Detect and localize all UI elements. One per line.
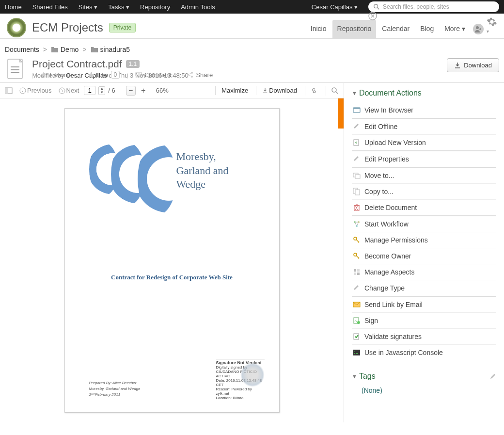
- svg-point-3: [476, 26, 479, 29]
- sitenav-blog[interactable]: Blog: [415, 20, 439, 38]
- search-in-doc-icon[interactable]: [326, 86, 341, 96]
- nav-tasks[interactable]: Tasks ▾: [108, 3, 129, 11]
- svg-rect-31: [354, 269, 356, 272]
- svg-line-17: [336, 92, 338, 94]
- action-use-in-javascript-console[interactable]: Use in Javascript Console: [352, 344, 496, 360]
- preview-download-label: Download: [269, 87, 297, 94]
- pdf-logo: [89, 143, 255, 215]
- total-pages: / 6: [108, 87, 115, 94]
- like-button[interactable]: Like 0: [88, 71, 120, 79]
- sitenav-more[interactable]: More ▾: [440, 20, 470, 38]
- action-validate-signatures[interactable]: Validate signatures: [352, 328, 496, 344]
- tags-title[interactable]: ▼ Tags: [352, 372, 376, 381]
- action-edit-properties[interactable]: Edit Properties: [352, 150, 496, 167]
- console-icon: [353, 349, 361, 356]
- pdf-brand: Moresby, Garland and Wedge: [176, 150, 229, 192]
- user-menu[interactable]: Cesar Capillas ▾: [312, 3, 358, 11]
- edit-tags-icon[interactable]: [489, 373, 496, 380]
- sign-icon: [353, 317, 361, 324]
- action-label: Copy to...: [364, 188, 394, 195]
- action-view-in-browser[interactable]: View In Browser: [352, 102, 496, 118]
- svg-point-28: [356, 225, 358, 227]
- prev-label: Previous: [27, 87, 52, 94]
- action-sign[interactable]: Sign: [352, 312, 496, 328]
- document-actions-title[interactable]: ▼ Document Actions: [352, 89, 496, 97]
- preview-download-button[interactable]: Download: [256, 86, 299, 95]
- svg-rect-33: [354, 273, 356, 275]
- svg-rect-8: [136, 72, 142, 76]
- zoom-in-button[interactable]: +: [139, 86, 148, 96]
- action-manage-permissions[interactable]: Manage Permissions: [352, 232, 496, 248]
- sitenav-repositorio[interactable]: Repositorio: [332, 20, 377, 38]
- document-title: Project Contract.pdf: [32, 58, 122, 70]
- action-label: View In Browser: [364, 106, 413, 114]
- nav-sites[interactable]: Sites ▾: [79, 3, 98, 11]
- action-label: Upload New Version: [364, 139, 426, 146]
- nav-home[interactable]: Home: [5, 3, 22, 11]
- action-copy-to[interactable]: Copy to...: [352, 183, 496, 199]
- topbar-left: Home Shared Files Sites ▾ Tasks ▾ Reposi…: [5, 3, 215, 11]
- document-actions-label: Document Actions: [359, 89, 422, 97]
- site-logo: [7, 18, 26, 37]
- action-edit-offline[interactable]: Edit Offline: [352, 118, 496, 134]
- close-icon[interactable]: [368, 12, 377, 20]
- version-badge: 1.1: [126, 60, 140, 68]
- nav-repository[interactable]: Repository: [140, 3, 170, 11]
- site-nav: Inicio Repositorio Calendar Blog More ▾ …: [306, 16, 497, 38]
- settings-gear-icon[interactable]: ▾: [487, 16, 497, 34]
- zoom-out-button[interactable]: −: [126, 86, 136, 96]
- action-label: Edit Properties: [364, 155, 409, 163]
- breadcrumb-sinadura5[interactable]: sinadura5: [91, 46, 130, 53]
- svg-point-0: [374, 4, 378, 8]
- action-manage-aspects[interactable]: Manage Aspects: [352, 264, 496, 280]
- breadcrumb-sinadura5-label: sinadura5: [100, 46, 130, 53]
- pdf-footer: Prepared By: Alice Beecher Moresby, Garl…: [89, 380, 141, 398]
- action-start-workflow[interactable]: Start Workflow: [352, 215, 496, 232]
- breadcrumb-sep: >: [82, 46, 86, 53]
- action-become-owner[interactable]: Become Owner: [352, 248, 496, 264]
- action-send-link-by-email[interactable]: Send Link by Email: [352, 296, 496, 312]
- search-box[interactable]: [368, 1, 499, 12]
- action-change-type[interactable]: Change Type: [352, 280, 496, 296]
- svg-point-37: [357, 321, 360, 324]
- nav-admin-tools[interactable]: Admin Tools: [181, 3, 215, 11]
- star-icon: [40, 71, 47, 78]
- pdf-viewport[interactable]: Moresby, Garland and Wedge Contract for …: [0, 98, 344, 422]
- page-number-input[interactable]: [84, 86, 95, 95]
- svg-point-26: [354, 221, 356, 223]
- nav-shared-files[interactable]: Shared Files: [32, 3, 68, 11]
- comment-button[interactable]: Comment: [135, 71, 172, 79]
- breadcrumb-documents[interactable]: Documents: [5, 46, 39, 53]
- view-icon: [353, 106, 361, 114]
- action-label: Delete Document: [364, 204, 417, 211]
- folder-icon: [91, 46, 98, 53]
- action-label: Use in Javascript Console: [364, 349, 443, 356]
- action-upload-new-version[interactable]: Upload New Version: [352, 134, 496, 150]
- sitenav-inicio[interactable]: Inicio: [306, 20, 331, 38]
- tags-panel: ▼ Tags (None): [352, 372, 496, 394]
- scrollbar-indicator[interactable]: [338, 98, 344, 129]
- folder-icon: [51, 46, 59, 53]
- action-delete-document[interactable]: Delete Document: [352, 199, 496, 215]
- page-spinner[interactable]: ▲▼: [98, 86, 105, 95]
- prev-page-button[interactable]: Previous: [17, 86, 54, 95]
- breadcrumb-demo[interactable]: Demo: [51, 46, 79, 53]
- svg-rect-34: [357, 273, 360, 275]
- comment-icon: [135, 71, 142, 78]
- site-header-left: ECM Projects Private: [7, 18, 136, 37]
- sidebar-toggle-icon[interactable]: [3, 86, 15, 96]
- sitenav-calendar[interactable]: Calendar: [377, 20, 414, 38]
- breadcrumb-demo-label: Demo: [61, 46, 79, 53]
- invite-user-icon[interactable]: [473, 24, 484, 34]
- search-input[interactable]: [383, 3, 494, 10]
- share-button[interactable]: Share: [187, 71, 213, 79]
- favorite-button[interactable]: Favorite: [40, 71, 72, 79]
- svg-rect-32: [357, 269, 360, 272]
- download-icon: [454, 62, 461, 69]
- next-page-button[interactable]: Next: [57, 86, 81, 95]
- action-move-to[interactable]: Move to...: [352, 167, 496, 183]
- link-icon[interactable]: [305, 86, 320, 96]
- maximize-button[interactable]: Maximize: [215, 86, 250, 95]
- download-button[interactable]: Download: [447, 58, 499, 72]
- share-label: Share: [196, 71, 213, 79]
